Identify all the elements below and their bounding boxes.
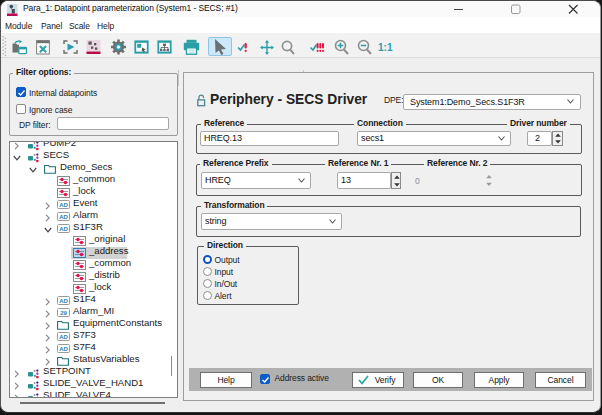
svg-text:AD: AD [59, 298, 68, 304]
svg-text:AD: AD [59, 214, 68, 220]
svg-text:AD: AD [59, 346, 68, 352]
svg-text:AD: AD [59, 226, 68, 232]
svg-text:AD: AD [59, 334, 68, 340]
svg-text:AD: AD [59, 202, 68, 208]
svg-text:29: 29 [60, 310, 67, 316]
